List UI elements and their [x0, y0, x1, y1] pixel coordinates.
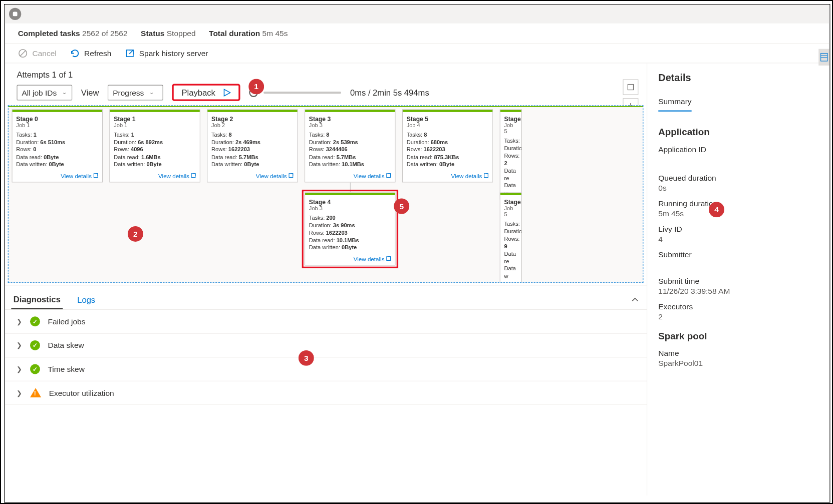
- stage-rows: Rows: 3244406: [309, 146, 391, 153]
- stop-icon[interactable]: [9, 8, 21, 20]
- stage-card[interactable]: Stage 2 Job 2 Tasks: 8 Duration: 2s 469m…: [207, 109, 298, 182]
- stage-read: Data read: 1.6MBs: [114, 153, 196, 161]
- diagnostic-label: Executor utilization: [49, 388, 114, 397]
- stage-title: Stage 2: [211, 116, 294, 122]
- queued-duration-label: Queued duration: [658, 174, 818, 183]
- diagnostic-item[interactable]: ❯Executor utilization: [5, 381, 647, 405]
- view-details-link[interactable]: View details: [110, 171, 199, 182]
- stage-job: Job 1: [114, 122, 196, 128]
- svg-marker-7: [224, 89, 230, 96]
- stage-read: Data re: [504, 250, 518, 265]
- play-icon[interactable]: [223, 89, 230, 96]
- status-row: Completed tasks 2562 of 2562 Status Stop…: [5, 24, 829, 44]
- stage-job: Job 3: [309, 205, 391, 211]
- cancel-icon: [18, 49, 28, 59]
- check-icon: ✓: [30, 364, 40, 374]
- stage-card[interactable]: Stage 3 Job 3 Tasks: 8 Duration: 2s 539m…: [305, 109, 396, 182]
- stage-written: Data written: 0Byte: [407, 161, 489, 168]
- diagnostic-label: Failed jobs: [48, 317, 85, 326]
- completed-value: 2562 of 2562: [82, 29, 127, 38]
- stage-duration: Duration: 2s 539ms: [309, 138, 391, 146]
- livy-id-value: 4: [658, 235, 818, 244]
- stage-card[interactable]: Stage 1 Job 1 Tasks: 1 Duration: 6s 892m…: [109, 109, 200, 182]
- attempts-label: Attempts 1 of 1: [17, 70, 73, 80]
- stage-written: Data written: 0Byte: [309, 244, 391, 251]
- callout-4: 4: [709, 202, 724, 217]
- stage-rows: Rows: 9: [504, 235, 518, 250]
- stage-duration: Duration: 2s 469ms: [211, 138, 294, 146]
- submit-time-label: Submit time: [658, 277, 818, 286]
- diagnostic-item[interactable]: ❯✓Data skew: [5, 333, 647, 357]
- view-details-link[interactable]: View details: [305, 171, 395, 182]
- stage-job: Job 2: [211, 122, 294, 128]
- stage-read: Data re: [504, 167, 518, 182]
- expand-icon[interactable]: ❯: [17, 389, 22, 396]
- action-bar: Cancel Refresh Spark history server: [5, 44, 829, 64]
- callout-5: 5: [394, 199, 409, 214]
- details-pane: Details Summary Application Application …: [647, 63, 829, 495]
- expand-icon[interactable]: ❯: [17, 318, 22, 325]
- view-details-link[interactable]: View details: [305, 254, 395, 265]
- stage-card[interactable]: Stage 5 Job 4 Tasks: 8 Duration: 680ms R…: [402, 109, 493, 182]
- stage-rows: Rows: 4096: [114, 146, 196, 153]
- details-heading: Details: [658, 72, 818, 84]
- stage-job: Job 1: [16, 122, 98, 128]
- check-icon: ✓: [30, 316, 40, 326]
- stage-rows: Rows: 0: [16, 146, 98, 153]
- svg-rect-4: [821, 54, 827, 61]
- stage-card[interactable]: Stage Job 5 Tasks: Duratio Rows: 9 Data …: [500, 192, 522, 282]
- diagnostic-item[interactable]: ❯✓Time skew: [5, 357, 647, 381]
- stage-tasks: Tasks:: [504, 220, 518, 228]
- stage-card[interactable]: Stage 0 Job 1 Tasks: 1 Duration: 6s 510m…: [12, 109, 103, 182]
- stage-job: Job 3: [309, 122, 391, 128]
- playback-time: 0ms / 2min 5s 494ms: [350, 88, 429, 97]
- slider-track[interactable]: [263, 91, 341, 93]
- tab-diagnostics[interactable]: Diagnostics: [11, 290, 63, 309]
- details-tab-summary[interactable]: Summary: [658, 93, 691, 112]
- stage-duration: Duratio: [504, 228, 518, 235]
- stage-duration: Duration: 6s 892ms: [114, 138, 196, 146]
- collapse-icon[interactable]: [630, 295, 640, 305]
- spark-history-label: Spark history server: [139, 49, 208, 58]
- stage-title: Stage 3: [309, 116, 391, 122]
- jobids-dropdown[interactable]: All job IDs ⌄: [17, 85, 72, 100]
- check-icon: ✓: [30, 340, 40, 350]
- refresh-label: Refresh: [84, 49, 111, 58]
- expand-icon[interactable]: ❯: [17, 341, 22, 349]
- stage-card[interactable]: Stage Job 5 Tasks: Duratio Rows: 2 Data …: [500, 109, 522, 199]
- tab-logs[interactable]: Logs: [75, 290, 98, 309]
- stage-rows: Rows: 1622203: [309, 229, 391, 236]
- stage-job: Job 5: [504, 122, 518, 134]
- spark-history-button[interactable]: Spark history server: [125, 49, 208, 59]
- warning-icon: [30, 388, 41, 397]
- view-dropdown[interactable]: Progress ⌄: [108, 85, 163, 100]
- stage-title: Stage: [504, 199, 518, 205]
- view-selected: Progress: [113, 88, 144, 97]
- controls-row: Attempts 1 of 1: [5, 63, 647, 84]
- side-panel-toggle[interactable]: [818, 49, 829, 66]
- stage-tasks: Tasks: 8: [309, 131, 391, 139]
- jobids-selected: All job IDs: [22, 88, 57, 97]
- stage-title: Stage 0: [16, 116, 98, 122]
- stage-card[interactable]: Stage 4 Job 3 Tasks: 200 Duration: 3s 90…: [305, 192, 396, 265]
- svg-line-1: [20, 51, 26, 56]
- cancel-button: Cancel: [18, 49, 57, 59]
- view-details-link[interactable]: View details: [13, 171, 102, 182]
- executors-label: Executors: [658, 302, 818, 311]
- stage-duration: Duration: 680ms: [407, 138, 489, 146]
- diagnostic-item[interactable]: ❯✓Failed jobs: [5, 309, 647, 333]
- svg-rect-13: [484, 173, 488, 177]
- playback-control[interactable]: Playback: [172, 84, 240, 101]
- view-details-link[interactable]: View details: [207, 171, 297, 182]
- stage-job: Job 4: [407, 122, 489, 128]
- job-graph-canvas[interactable]: Stage 0 Job 1 Tasks: 1 Duration: 6s 510m…: [8, 106, 644, 283]
- zoom-fit-button[interactable]: [623, 80, 638, 95]
- expand-icon[interactable]: ❯: [17, 365, 22, 373]
- stage-title: Stage 5: [407, 116, 489, 122]
- pool-name-label: Name: [658, 349, 818, 358]
- view-details-link[interactable]: View details: [403, 171, 492, 182]
- diagnostic-label: Data skew: [48, 341, 84, 350]
- diagnostic-label: Time skew: [48, 365, 84, 374]
- stage-title: Stage: [504, 116, 518, 122]
- refresh-button[interactable]: Refresh: [70, 49, 111, 59]
